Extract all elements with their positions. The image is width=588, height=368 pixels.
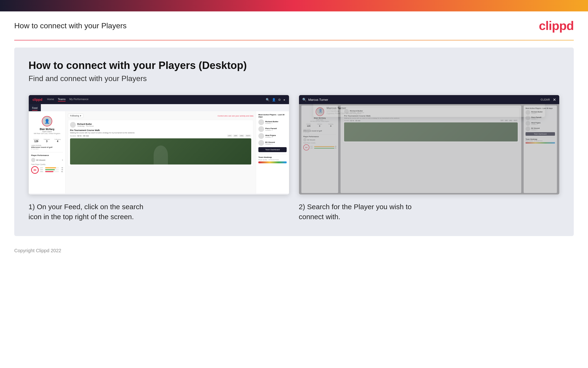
close-btn[interactable]: ✕ <box>553 97 556 102</box>
nav-teams[interactable]: Teams <box>58 98 66 101</box>
player-row-2: Piers Parnell Activities: 4 <box>258 126 287 132</box>
screenshots-row: clippd Home Teams My Performance 🔍 👤 ⚙ ● <box>28 95 560 222</box>
duration-val: 02 hr : 00 min <box>77 135 89 137</box>
left-panel: 👤 Blair McHarg Golf Coach Mill Ride Golf… <box>29 111 66 193</box>
stat-following-value: 4 <box>55 140 61 143</box>
bar-app: APP 70 <box>40 169 63 170</box>
step2-text: 2) Search for the Player you wish toconn… <box>299 203 412 221</box>
step1-text: 1) On your Feed, click on the searchicon… <box>28 203 143 221</box>
main-title: How to connect with your Players (Deskto… <box>28 59 560 71</box>
stat-activities-value: 129 <box>34 140 39 143</box>
card-user-name: Richard Butler <box>77 123 94 125</box>
page-title: How to connect with your Players <box>14 21 127 30</box>
faded-content: Blair McHarg Golf Coach Mill Ride Golf C… <box>299 104 559 194</box>
most-active-title: Most Active Players - Last 30 days <box>258 114 287 118</box>
app-screenshot-2: 🔍 Marcus Turner CLEAR ✕ 👤 Marcus Turner … <box>299 95 560 195</box>
footer: Copyright Clippd 2022 <box>0 243 588 258</box>
header: How to connect with your Players clippd <box>0 11 588 40</box>
faded-right: Most Active Players - Last 30 days Richa… <box>524 106 557 193</box>
player-avatar-3 <box>258 133 264 139</box>
player-name-1: Richard Butler <box>265 120 278 123</box>
player-avatar-4 <box>258 140 264 146</box>
player-sub-1: Activities: 7 <box>265 123 278 124</box>
screenshot1-container: clippd Home Teams My Performance 🔍 👤 ⚙ ● <box>28 95 289 222</box>
stat-activities: Activities 129 <box>34 138 39 143</box>
player-avatar-2 <box>258 126 264 132</box>
activity-text: Afternoon round of golf <box>31 146 63 148</box>
player-sub-3: Activities: 3 <box>265 137 276 138</box>
card-header: Richard Butler Yesterday · The Grove <box>70 122 251 128</box>
app-logo: clippd <box>33 98 42 101</box>
user-icon[interactable]: 👤 <box>272 98 276 101</box>
pp-arrow: ▾ <box>62 159 63 161</box>
profile-club: Mill Ride Golf Club, United Kingdom <box>34 133 60 134</box>
control-link[interactable]: Control who can see your activity and da… <box>218 115 253 117</box>
step1-description: 1) On your Feed, click on the searchicon… <box>28 202 289 222</box>
player-name-3: Hiral Pujara <box>265 134 276 137</box>
copyright-text: Copyright Clippd 2022 <box>14 248 61 253</box>
bar-arg: ARG 61 <box>40 171 63 172</box>
card-image <box>70 138 251 165</box>
pp-title: Player Performance <box>31 154 63 156</box>
activity-card: Richard Butler Yesterday · The Grove Pre… <box>68 120 253 167</box>
step2-description: 2) Search for the Player you wish toconn… <box>299 202 560 222</box>
stat-followers-value: 3 <box>44 140 50 143</box>
logo: clippd <box>539 18 574 33</box>
avatar-icon[interactable]: ● <box>283 98 285 101</box>
player-sub-2: Activities: 4 <box>265 129 277 131</box>
pp-avatar <box>31 158 35 162</box>
player-row-4: Eli Vincent Activities: 1 <box>258 140 287 146</box>
team-dashboard-btn[interactable]: Team Dashboard <box>258 147 287 152</box>
following-label: Following <box>70 115 79 117</box>
activity-label: Latest Activity <box>31 145 63 146</box>
player-name-4: Eli Vincent <box>265 141 275 143</box>
tag-app: APP <box>233 135 238 137</box>
search-input-display[interactable]: Marcus Turner <box>308 98 539 101</box>
tag-putt: PUTT <box>245 135 251 137</box>
clear-btn[interactable]: CLEAR <box>541 98 550 101</box>
avatar: 👤 <box>42 116 52 127</box>
darkened-overlay: Blair McHarg Golf Coach Mill Ride Golf C… <box>299 104 559 194</box>
feed-tab[interactable]: Feed <box>29 104 41 111</box>
card-image-figure <box>154 146 168 165</box>
pp-player-row: Eli Vincent ▾ <box>31 158 63 162</box>
stats-row: Activities 129 Followers 3 Following 4 <box>31 138 63 143</box>
team-heatmap-section: Team Heatmap Player Quality · 20 Round T… <box>258 155 287 163</box>
player-performance-section: Player Performance Eli Vincent ▾ Total P… <box>31 152 63 174</box>
profile-name: Blair McHarg <box>40 128 54 130</box>
top-gradient-bar <box>0 0 588 11</box>
feed-tab-label: Feed <box>32 107 37 110</box>
player-row-3: Hiral Pujara Activities: 3 <box>258 133 287 139</box>
bar-ott: OTT 79 <box>40 167 63 169</box>
following-row: Following ▾ Control who can see your act… <box>68 114 253 118</box>
card-stats: Duration 02 hr : 00 min OTT APP ARG PUTT <box>70 135 251 137</box>
player-name-2: Piers Parnell <box>265 128 277 129</box>
app-screenshot-1: clippd Home Teams My Performance 🔍 👤 ⚙ ● <box>28 95 289 195</box>
heatmap-subtitle: Player Quality · 20 Round Trend <box>258 159 287 160</box>
mid-panel: Following ▾ Control who can see your act… <box>66 111 256 193</box>
nav-icons: 🔍 👤 ⚙ ● <box>266 98 285 101</box>
card-activity-desc: Walking the course with my coach to buil… <box>70 132 251 134</box>
search-bar-overlay: 🔍 Marcus Turner CLEAR ✕ <box>299 95 559 104</box>
heatmap-title: Team Heatmap <box>258 156 287 158</box>
search-icon[interactable]: 🔍 <box>266 98 270 101</box>
total-quality-label: Total Player Quality <box>31 164 63 165</box>
score-bars: OTT 79 APP 70 <box>40 167 63 173</box>
following-btn[interactable]: Following ▾ <box>68 114 83 118</box>
main-content: How to connect with your Players (Deskto… <box>14 47 574 236</box>
player-avatar-1 <box>258 119 264 125</box>
activity-date: 27 Jul 2022 <box>31 148 63 150</box>
nav-my-performance[interactable]: My Performance <box>69 98 88 101</box>
card-tags: OTT APP ARG PUTT <box>227 135 251 137</box>
settings-icon[interactable]: ⚙ <box>278 98 281 101</box>
score-circle: 84 <box>31 166 39 174</box>
tag-arg: ARG <box>239 135 244 137</box>
main-subtitle: Find and connect with your Players <box>28 74 560 83</box>
nav-home[interactable]: Home <box>47 98 54 101</box>
nav-items: Home Teams My Performance <box>47 98 88 101</box>
header-divider <box>14 40 574 40</box>
stat-following: Following 4 <box>55 138 61 143</box>
duration-label: Duration <box>70 135 76 137</box>
card-activity-title: Pre Tournament Course Walk <box>70 129 251 131</box>
faded-left: Blair McHarg Golf Coach Mill Ride Golf C… <box>301 106 338 193</box>
